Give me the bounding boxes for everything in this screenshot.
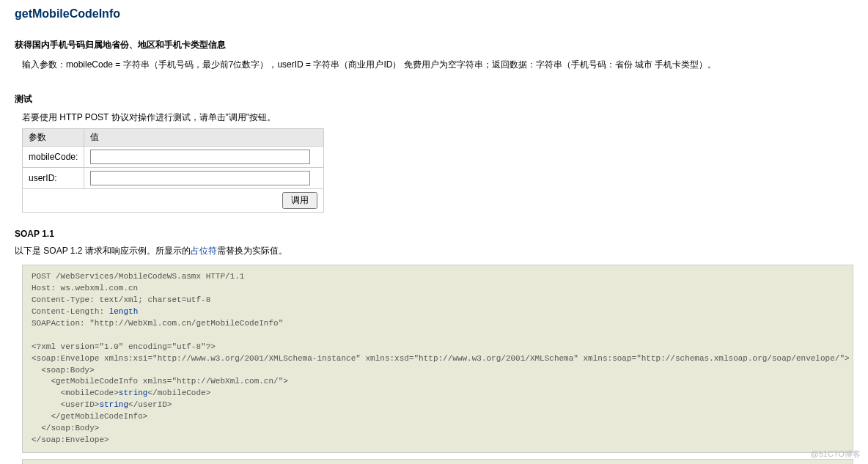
test-heading: 测试 [15,93,853,106]
table-row [23,189,324,213]
params-table: 参数 值 mobileCode: userID: [22,128,324,213]
table-row: mobileCode: [23,147,324,168]
table-row: userID: [23,168,324,189]
param-description: 输入参数：mobileCode = 字符串（手机号码，最少前7位数字），user… [22,59,853,71]
section-subtitle: 获得国内手机号码归属地省份、地区和手机卡类型信息 [15,39,853,51]
length-value: length [109,307,139,316]
userid-input[interactable] [90,171,310,185]
placeholder-word: 占位符 [191,246,217,256]
soap-desc-suffix: 需替换为实际值。 [217,246,287,256]
soap-request-box: POST /WebServices/MobileCodeWS.asmx HTTP… [22,265,853,453]
param-label-userid: userID: [23,168,84,189]
soap-desc-prefix: 以下是 SOAP 1.2 请求和响应示例。所显示的 [15,246,191,256]
table-header-row: 参数 值 [23,129,324,147]
param-label-mobilecode: mobileCode: [23,147,84,168]
page-title: getMobileCodeInfo [15,7,853,21]
soap-heading: SOAP 1.1 [15,229,853,239]
mobilecode-input[interactable] [90,150,310,164]
soap-description: 以下是 SOAP 1.2 请求和响应示例。所显示的占位符需替换为实际值。 [15,245,853,257]
test-instruction: 若要使用 HTTP POST 协议对操作进行测试，请单击"调用"按钮。 [22,111,853,124]
soap-response-box: HTTP/1.1 200 OK Content-Type: text/xml; … [22,459,853,464]
col-header-param: 参数 [23,129,84,147]
invoke-button[interactable] [282,192,317,209]
string-value: string [99,400,128,409]
string-value: string [119,388,148,397]
col-header-value: 值 [84,129,324,147]
